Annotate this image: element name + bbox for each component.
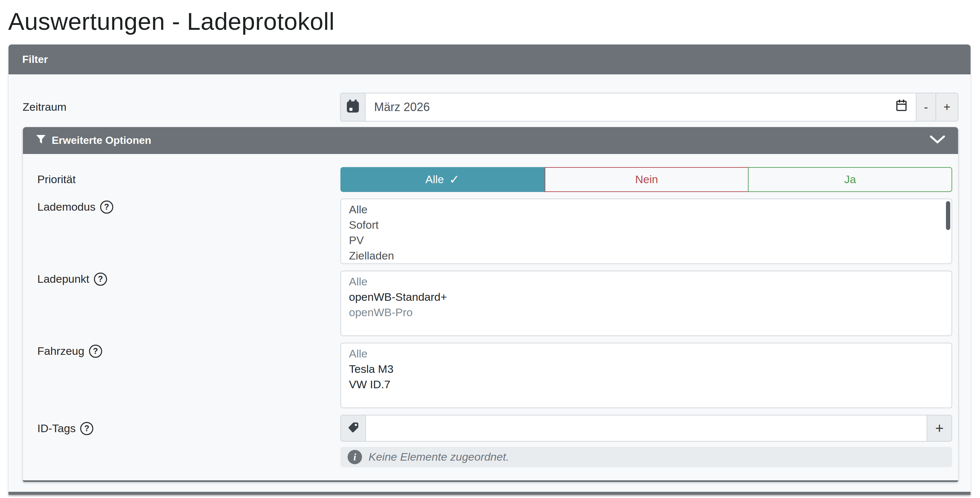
fahrzeug-label-wrap: Fahrzeug ? <box>37 343 340 358</box>
id-tags-empty-alert: i Keine Elemente zugeordnet. <box>340 447 952 467</box>
id-tags-input[interactable] <box>366 415 927 442</box>
lademodus-row: Lademodus ? Alle Sofort PV Zielladen Zei… <box>37 198 952 264</box>
id-tags-empty-message: Keine Elemente zugeordnet. <box>369 450 509 463</box>
calendar-icon <box>346 100 360 115</box>
plus-icon: + <box>935 420 943 436</box>
help-icon[interactable]: ? <box>89 345 102 358</box>
lademodus-listbox[interactable]: Alle Sofort PV Zielladen Zeitladen <box>340 198 952 264</box>
date-picker-icon[interactable] <box>896 99 907 115</box>
filter-card: Filter Zeitraum <box>8 44 971 495</box>
lademodus-option[interactable]: PV <box>349 233 951 248</box>
ladepunkt-option[interactable]: openWB-Pro <box>349 305 951 320</box>
lademodus-label-wrap: Lademodus ? <box>37 198 340 214</box>
tag-icon <box>347 421 360 436</box>
zeitraum-row: Zeitraum März 2 <box>22 93 958 121</box>
filter-funnel-icon <box>36 134 46 147</box>
prioritaet-option-nein[interactable]: Nein <box>545 167 749 192</box>
ladepunkt-label: Ladepunkt <box>37 273 89 286</box>
filter-card-title: Filter <box>22 53 48 65</box>
lademodus-option[interactable]: Zeitladen <box>349 263 951 264</box>
advanced-options-card: Erweiterte Optionen Priorität Alle <box>22 127 958 482</box>
prioritaet-option-ja[interactable]: Ja <box>748 167 952 192</box>
check-icon: ✓ <box>449 172 460 187</box>
prioritaet-label: Priorität <box>37 173 340 186</box>
id-tags-label: ID-Tags <box>37 422 76 435</box>
month-input-value: März 2026 <box>374 100 430 114</box>
fahrzeug-row: Fahrzeug ? Alle Tesla M3 VW ID.7 <box>37 343 952 408</box>
prioritaet-option-alle[interactable]: Alle ✓ <box>340 167 545 192</box>
chevron-down-icon[interactable] <box>930 134 945 147</box>
month-decrement-button[interactable]: - <box>916 93 936 121</box>
id-tags-label-wrap: ID-Tags ? <box>37 415 340 435</box>
calendar-addon <box>340 93 366 121</box>
ladepunkt-label-wrap: Ladepunkt ? <box>37 271 340 286</box>
zeitraum-input-group: März 2026 - <box>340 93 958 121</box>
id-tags-input-group: + <box>340 415 952 442</box>
prioritaet-row: Priorität Alle ✓ Nein Ja <box>37 167 952 192</box>
filter-card-footer-strip <box>8 492 970 495</box>
ladepunkt-row: Ladepunkt ? Alle openWB-Standard+ openWB… <box>37 271 952 336</box>
ladepunkt-option[interactable]: Alle <box>349 274 951 289</box>
advanced-options-header[interactable]: Erweiterte Optionen <box>23 127 958 154</box>
fahrzeug-option[interactable]: VW ID.7 <box>349 377 951 392</box>
help-icon[interactable]: ? <box>80 422 93 435</box>
month-increment-button[interactable]: + <box>935 93 958 121</box>
lademodus-label: Lademodus <box>37 201 95 213</box>
fahrzeug-option[interactable]: Alle <box>349 346 951 361</box>
ladepunkt-listbox[interactable]: Alle openWB-Standard+ openWB-Pro <box>340 271 952 336</box>
prioritaet-option-alle-label: Alle <box>426 173 444 186</box>
fahrzeug-label: Fahrzeug <box>37 345 84 358</box>
lademodus-option[interactable]: Sofort <box>349 217 951 233</box>
prioritaet-option-ja-label: Ja <box>844 173 856 186</box>
zeitraum-label: Zeitraum <box>22 101 340 113</box>
prioritaet-option-nein-label: Nein <box>635 173 658 186</box>
tag-addon <box>340 415 366 442</box>
listbox-scrollbar-thumb[interactable] <box>946 201 950 230</box>
id-tags-add-button[interactable]: + <box>927 415 952 442</box>
help-icon[interactable]: ? <box>94 273 107 286</box>
fahrzeug-option[interactable]: Tesla M3 <box>349 361 951 377</box>
advanced-options-title: Erweiterte Optionen <box>52 134 151 147</box>
month-decrement-label: - <box>924 100 928 114</box>
filter-card-header: Filter <box>8 45 970 74</box>
fahrzeug-listbox[interactable]: Alle Tesla M3 VW ID.7 <box>340 343 952 408</box>
id-tags-row: ID-Tags ? <box>37 415 952 467</box>
month-increment-label: + <box>943 100 950 114</box>
info-icon: i <box>348 450 362 464</box>
month-input[interactable]: März 2026 <box>366 93 916 121</box>
lademodus-option[interactable]: Alle <box>349 202 951 217</box>
page-title: Auswertungen - Ladeprotokoll <box>8 6 980 37</box>
prioritaet-button-group: Alle ✓ Nein Ja <box>340 167 952 192</box>
help-icon[interactable]: ? <box>100 201 113 214</box>
lademodus-option[interactable]: Zielladen <box>349 248 951 263</box>
filter-card-body: Zeitraum März 2 <box>8 74 970 492</box>
ladepunkt-option[interactable]: openWB-Standard+ <box>349 289 951 305</box>
advanced-options-body: Priorität Alle ✓ Nein Ja <box>23 154 958 480</box>
